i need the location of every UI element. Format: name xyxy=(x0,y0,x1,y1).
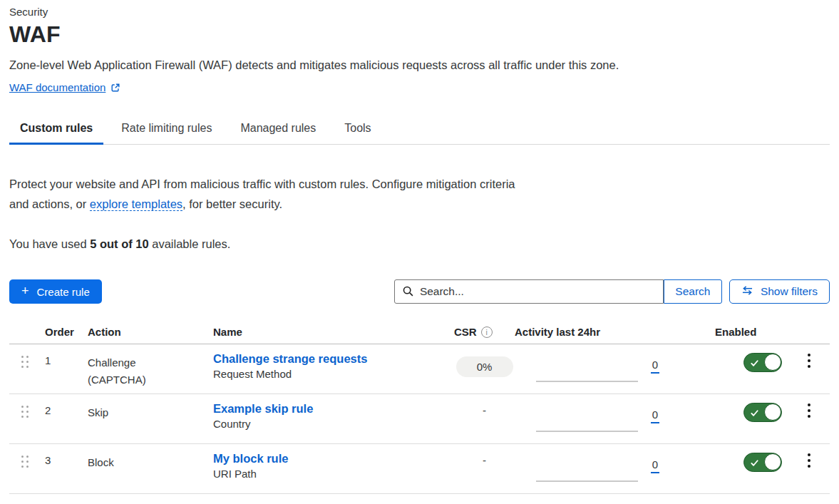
rule-name-link[interactable]: My block rule xyxy=(213,452,288,466)
kebab-menu-icon[interactable] xyxy=(804,403,814,418)
tab-rate-limiting-rules[interactable]: Rate limiting rules xyxy=(110,122,222,145)
rule-field: URI Path xyxy=(213,468,454,480)
rule-action: Skip xyxy=(88,394,213,443)
kebab-menu-icon[interactable] xyxy=(804,354,814,368)
usage-text: You have used 5 out of 10 available rule… xyxy=(9,237,830,251)
check-icon xyxy=(750,408,759,421)
rule-name-link[interactable]: Challenge strange requests xyxy=(213,352,367,366)
usage-count: 5 out of 10 xyxy=(90,237,149,250)
rules-table: Order Action Name CSR i Activity last 24… xyxy=(9,326,830,494)
table-row: 1 Challenge (CAPTCHA) Challenge strange … xyxy=(9,344,830,394)
drag-handle-icon[interactable] xyxy=(9,444,45,493)
enabled-toggle[interactable] xyxy=(743,403,782,422)
header-csr: CSR xyxy=(454,326,477,338)
rule-action-line1: Skip xyxy=(88,404,213,421)
rule-order: 2 xyxy=(45,394,88,443)
rule-field: Request Method xyxy=(213,368,454,380)
activity-count-link[interactable]: 0 xyxy=(651,458,659,473)
header-activity: Activity last 24hr xyxy=(515,326,669,338)
check-icon xyxy=(750,358,759,371)
csr-badge: 0% xyxy=(456,356,513,377)
activity-count-link[interactable]: 0 xyxy=(651,408,659,423)
waf-documentation-label: WAF documentation xyxy=(9,81,105,93)
header-enabled: Enabled xyxy=(669,326,798,338)
activity-sparkline-cell: 0 xyxy=(515,394,669,443)
activity-count-link[interactable]: 0 xyxy=(651,359,659,374)
tab-bar: Custom rules Rate limiting rules Managed… xyxy=(9,122,830,145)
tab-custom-rules[interactable]: Custom rules xyxy=(9,122,103,145)
table-header-row: Order Action Name CSR i Activity last 24… xyxy=(9,326,830,344)
search-button[interactable]: Search xyxy=(664,279,722,304)
search-input[interactable] xyxy=(394,279,664,304)
rule-action: Challenge (CAPTCHA) xyxy=(88,344,213,394)
rule-action-line1: Block xyxy=(88,454,213,471)
check-icon xyxy=(750,458,759,470)
toggle-knob xyxy=(764,453,781,470)
waf-documentation-link[interactable]: WAF documentation xyxy=(9,81,120,93)
enabled-toggle[interactable] xyxy=(743,453,782,472)
sparkline xyxy=(536,431,638,432)
plus-icon: + xyxy=(21,284,29,297)
create-rule-label: Create rule xyxy=(37,286,90,298)
page-description: Zone-level Web Application Firewall (WAF… xyxy=(9,58,830,72)
page-title: WAF xyxy=(9,21,830,48)
intro-text: Protect your website and API from malici… xyxy=(9,174,535,214)
show-filters-button[interactable]: Show filters xyxy=(729,279,830,304)
table-row: 3 Block My block rule URI Path - 0 xyxy=(9,444,830,494)
tab-managed-rules[interactable]: Managed rules xyxy=(230,122,326,145)
rule-field: Country xyxy=(213,418,454,430)
drag-handle-icon[interactable] xyxy=(9,394,45,443)
toggle-knob xyxy=(764,403,781,421)
rule-name-link[interactable]: Example skip rule xyxy=(213,402,313,416)
csr-value: - xyxy=(483,454,486,466)
explore-templates-link[interactable]: explore templates xyxy=(90,197,182,211)
rule-action: Block xyxy=(88,444,213,493)
toolbar: + Create rule Search xyxy=(9,279,830,304)
external-link-icon xyxy=(110,83,120,93)
create-rule-button[interactable]: + Create rule xyxy=(9,279,102,304)
header-action: Action xyxy=(88,326,213,338)
filters-icon xyxy=(741,285,753,299)
kebab-menu-icon[interactable] xyxy=(804,453,814,468)
tab-tools[interactable]: Tools xyxy=(334,122,381,145)
show-filters-label: Show filters xyxy=(761,285,818,298)
table-row: 2 Skip Example skip rule Country - 0 xyxy=(9,394,830,444)
activity-sparkline-cell: 0 xyxy=(515,344,669,394)
header-order: Order xyxy=(45,326,88,338)
rule-action-line2: (CAPTCHA) xyxy=(88,371,213,389)
toggle-knob xyxy=(764,354,781,371)
header-name: Name xyxy=(213,326,454,338)
sparkline xyxy=(536,381,638,382)
search-icon xyxy=(402,285,414,300)
sparkline xyxy=(536,480,638,482)
usage-suffix: available rules. xyxy=(149,237,231,250)
rule-action-line1: Challenge xyxy=(88,354,213,371)
usage-prefix: You have used xyxy=(9,237,90,250)
search-group: Search xyxy=(394,279,722,304)
drag-handle-icon[interactable] xyxy=(9,344,45,394)
activity-sparkline-cell: 0 xyxy=(515,444,669,493)
intro-text-after: , for better security. xyxy=(182,197,282,210)
csr-info-icon[interactable]: i xyxy=(481,326,493,338)
enabled-toggle[interactable] xyxy=(743,353,782,372)
rule-order: 3 xyxy=(45,444,88,493)
breadcrumb: Security xyxy=(9,6,830,18)
csr-value: - xyxy=(483,404,486,416)
waf-page: Security WAF Zone-level Web Application … xyxy=(0,0,839,494)
rule-order: 1 xyxy=(45,344,88,394)
